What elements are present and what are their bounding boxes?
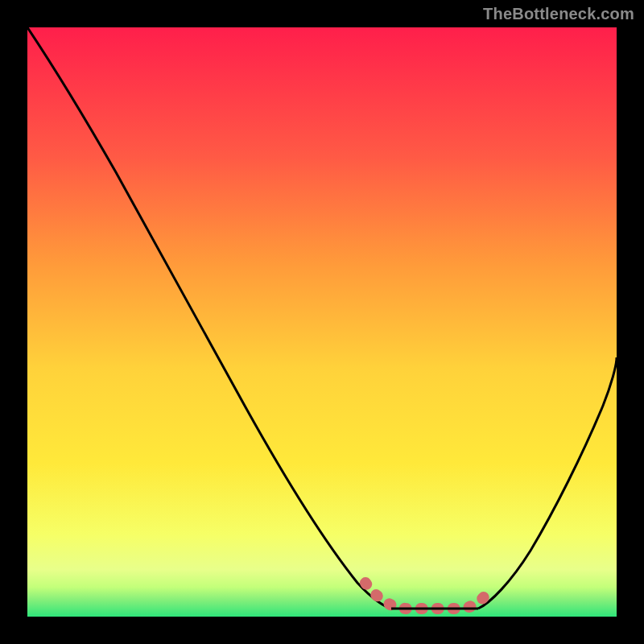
highlight-band xyxy=(365,583,490,609)
chart-frame: TheBottleneck.com xyxy=(0,0,644,644)
plot-area xyxy=(27,27,617,617)
watermark-text: TheBottleneck.com xyxy=(483,5,634,23)
right-curve xyxy=(478,357,617,609)
left-curve xyxy=(27,27,391,609)
curves-layer xyxy=(27,27,617,617)
